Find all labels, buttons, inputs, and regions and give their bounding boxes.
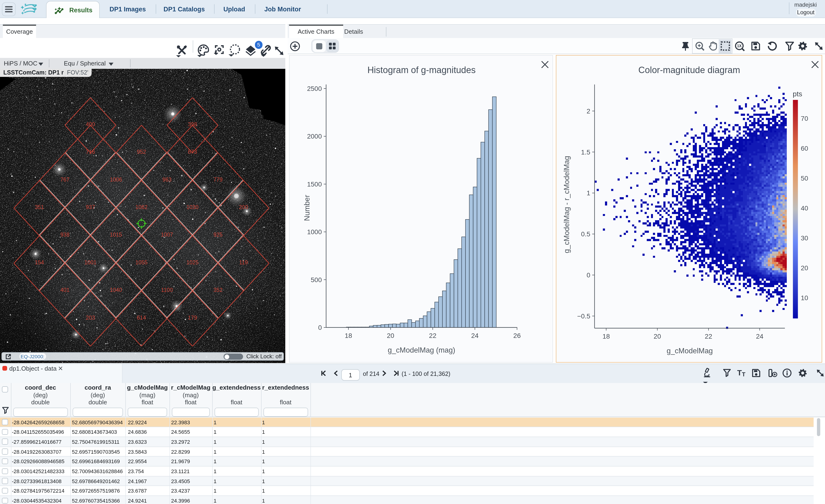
svg-text:938: 938 bbox=[60, 231, 69, 238]
svg-text:1007: 1007 bbox=[161, 231, 173, 238]
svg-text:937: 937 bbox=[86, 204, 95, 210]
svg-text:401: 401 bbox=[60, 287, 69, 293]
svg-text:1: 1 bbox=[587, 189, 590, 197]
svg-text:24: 24 bbox=[756, 333, 763, 340]
svg-text:20: 20 bbox=[801, 264, 808, 272]
svg-text:26: 26 bbox=[513, 332, 521, 339]
svg-text:952: 952 bbox=[137, 149, 146, 155]
svg-text:2500: 2500 bbox=[307, 85, 322, 92]
svg-text:1062: 1062 bbox=[135, 204, 147, 210]
svg-text:1001: 1001 bbox=[84, 259, 96, 265]
svg-text:1015: 1015 bbox=[110, 231, 122, 238]
svg-text:Number: Number bbox=[303, 195, 311, 221]
svg-text:400: 400 bbox=[86, 121, 95, 127]
svg-text:60: 60 bbox=[801, 145, 808, 152]
svg-text:22: 22 bbox=[705, 333, 712, 340]
svg-text:70: 70 bbox=[801, 115, 808, 122]
svg-text:1025: 1025 bbox=[186, 259, 199, 265]
svg-text:T: T bbox=[737, 368, 742, 377]
svg-text:1000: 1000 bbox=[307, 228, 322, 236]
svg-text:1500: 1500 bbox=[307, 181, 322, 188]
svg-text:351: 351 bbox=[35, 204, 44, 210]
svg-text:716: 716 bbox=[86, 149, 95, 155]
svg-text:18: 18 bbox=[602, 333, 610, 340]
svg-text:767: 767 bbox=[60, 176, 69, 182]
svg-text:2: 2 bbox=[587, 107, 590, 115]
svg-text:pts: pts bbox=[793, 90, 802, 98]
svg-text:g_cModelMag (mag): g_cModelMag (mag) bbox=[388, 346, 455, 354]
svg-text:1006: 1006 bbox=[110, 176, 122, 182]
svg-text:673: 673 bbox=[188, 149, 197, 155]
svg-text:154: 154 bbox=[35, 259, 44, 265]
svg-text:200: 200 bbox=[239, 204, 248, 210]
svg-text:1100: 1100 bbox=[161, 287, 173, 293]
svg-text:Color-magnitude diagram: Color-magnitude diagram bbox=[639, 65, 740, 75]
svg-text:925: 925 bbox=[213, 231, 222, 238]
svg-text:352: 352 bbox=[213, 287, 222, 293]
svg-text:10: 10 bbox=[801, 294, 808, 302]
svg-text:T: T bbox=[742, 371, 745, 377]
svg-text:20: 20 bbox=[654, 333, 661, 340]
svg-text:1X: 1X bbox=[737, 44, 742, 48]
svg-text:g_cModelMag: g_cModelMag bbox=[667, 347, 713, 355]
svg-text:30: 30 bbox=[801, 235, 808, 242]
svg-text:1.5: 1.5 bbox=[581, 149, 590, 156]
svg-text:0.5: 0.5 bbox=[581, 230, 590, 238]
svg-text:50: 50 bbox=[801, 175, 808, 182]
svg-text:1055: 1055 bbox=[135, 259, 147, 265]
svg-text:1040: 1040 bbox=[110, 287, 122, 293]
svg-text:18: 18 bbox=[345, 332, 352, 339]
svg-text:0: 0 bbox=[587, 271, 590, 279]
svg-text:119: 119 bbox=[239, 259, 248, 265]
svg-text:1030: 1030 bbox=[186, 204, 199, 210]
svg-text:398: 398 bbox=[188, 121, 197, 127]
svg-text:g_cModelMag - r_cModelMag: g_cModelMag - r_cModelMag bbox=[562, 156, 571, 253]
svg-text:−0.5: −0.5 bbox=[577, 313, 590, 320]
svg-text:963: 963 bbox=[162, 176, 171, 182]
svg-text:0: 0 bbox=[318, 324, 322, 331]
svg-text:203: 203 bbox=[86, 314, 95, 321]
svg-text:2000: 2000 bbox=[307, 133, 322, 140]
svg-text:40: 40 bbox=[801, 204, 808, 212]
svg-text:22: 22 bbox=[429, 332, 437, 339]
svg-text:24: 24 bbox=[471, 332, 478, 339]
svg-text:20: 20 bbox=[387, 332, 394, 339]
svg-text:500: 500 bbox=[311, 276, 322, 283]
svg-text:179: 179 bbox=[188, 314, 197, 321]
svg-text:614: 614 bbox=[137, 314, 146, 321]
svg-text:Histogram of g-magnitudes: Histogram of g-magnitudes bbox=[367, 65, 476, 75]
svg-text:779: 779 bbox=[213, 176, 222, 182]
